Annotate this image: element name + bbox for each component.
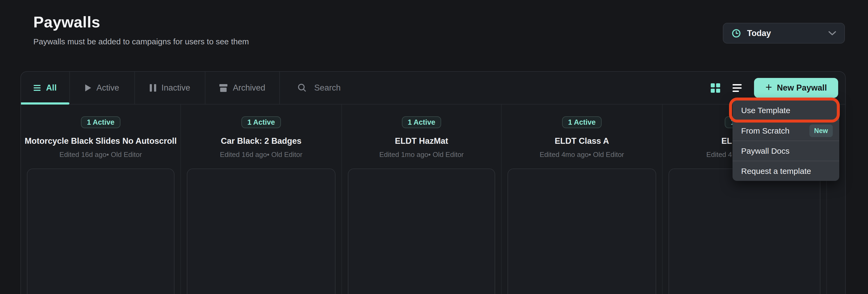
search-input[interactable] <box>314 83 427 93</box>
new-badge: New <box>809 124 833 137</box>
list-lines-icon <box>34 85 40 91</box>
pause-icon <box>150 84 156 92</box>
tab-bar: All Active Inactive Archived + Ne <box>21 72 845 104</box>
status-badge: 1 Active <box>402 117 441 128</box>
paywall-card[interactable] <box>669 168 820 294</box>
list-view-icon[interactable] <box>733 84 742 92</box>
page-subtitle: Paywalls must be added to campaigns for … <box>33 37 249 46</box>
archive-icon <box>219 84 227 92</box>
new-paywall-label: New Paywall <box>777 83 827 93</box>
paywall-card[interactable] <box>507 168 656 294</box>
paywall-column: 1 Active Motorcycle Black Slides No Auto… <box>21 104 181 294</box>
paywall-title: ELDT HazMat <box>395 136 448 146</box>
paywall-card[interactable] <box>348 168 495 294</box>
plus-icon: + <box>765 82 772 93</box>
tab-all[interactable]: All <box>21 72 70 104</box>
paywall-card[interactable] <box>27 168 175 294</box>
paywall-meta: Edited 1mo ago• Old Editor <box>379 151 464 159</box>
menu-item-use-template[interactable]: Use Template <box>733 100 839 120</box>
menu-item-from-scratch[interactable]: From Scratch New <box>733 120 839 140</box>
tab-label: Archived <box>233 83 265 93</box>
page-title: Paywalls <box>33 13 100 31</box>
grid-view-icon[interactable] <box>711 83 720 93</box>
paywall-title: Motorcycle Black Slides No Autoscroll <box>25 136 177 146</box>
tab-inactive[interactable]: Inactive <box>135 72 205 104</box>
paywall-meta: Edited 16d ago• Old Editor <box>220 151 302 159</box>
paywalls-panel: All Active Inactive Archived + Ne <box>21 71 846 294</box>
tab-archived[interactable]: Archived <box>205 72 280 104</box>
search-icon <box>297 83 307 93</box>
paywall-column: 1 Active ELDT Class A Edited 4mo ago• Ol… <box>502 104 663 294</box>
status-badge: 1 Active <box>81 117 120 128</box>
paywall-meta: Edited 4mo ago• Old Editor <box>539 151 624 159</box>
status-badge: 1 Active <box>562 117 601 128</box>
new-paywall-button[interactable]: + New Paywall <box>754 78 838 98</box>
view-actions: + New Paywall <box>711 72 845 104</box>
chevron-down-icon <box>828 31 836 36</box>
paywall-title: Car Black: 2 Badges <box>221 136 302 146</box>
menu-item-label: From Scratch <box>741 126 789 135</box>
play-icon <box>85 85 91 91</box>
paywall-grid: 1 Active Motorcycle Black Slides No Auto… <box>21 104 845 294</box>
date-filter-button[interactable]: Today <box>723 23 845 43</box>
tab-label: Active <box>96 83 119 93</box>
paywall-card[interactable] <box>187 168 336 294</box>
date-filter-label: Today <box>747 29 771 38</box>
status-badge: 1 Active <box>241 117 281 128</box>
clock-icon <box>732 29 741 38</box>
tab-label: Inactive <box>161 83 190 93</box>
paywall-column: 1 Active ELDT HazMat Edited 1mo ago• Old… <box>342 104 502 294</box>
paywall-title: ELDT Class A <box>555 136 609 146</box>
paywall-column: 1 Active Car Black: 2 Badges Edited 16d … <box>181 104 342 294</box>
new-paywall-menu: Use Template From Scratch New Paywall Do… <box>733 100 839 181</box>
tab-label: All <box>46 83 57 93</box>
paywall-meta: Edited 16d ago• Old Editor <box>59 151 142 159</box>
search-area <box>297 72 427 104</box>
tab-active[interactable]: Active <box>70 72 135 104</box>
menu-item-request-template[interactable]: Request a template <box>733 161 839 181</box>
menu-item-paywall-docs[interactable]: Paywall Docs <box>733 140 839 161</box>
